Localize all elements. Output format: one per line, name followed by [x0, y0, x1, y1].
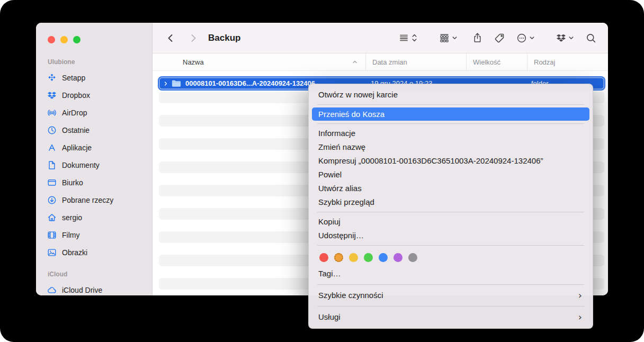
sidebar-item-label: sergio	[62, 213, 82, 222]
chevron-right-icon: ›	[578, 291, 582, 300]
column-label: Wielkość	[473, 58, 500, 66]
menu-item-szybkie-czynno-ci[interactable]: Szybkie czynności›	[309, 289, 593, 302]
tag-dot-gray[interactable]	[408, 253, 417, 262]
menu-item-label: Przenieś do Kosza	[318, 107, 583, 121]
disclosure-chevron-icon[interactable]	[163, 81, 168, 86]
download-icon	[47, 195, 57, 205]
share-button[interactable]	[472, 32, 482, 43]
photo-icon	[47, 247, 57, 258]
menu-item-label: Utwórz alias	[318, 182, 583, 195]
tag-dot-purple[interactable]	[393, 253, 402, 262]
sidebar: UlubioneSetappDropboxAirDropOstatnieApli…	[36, 23, 153, 295]
folder-icon	[172, 79, 181, 87]
sidebar-item-ostatnie[interactable]: Ostatnie	[36, 121, 152, 139]
menu-item-label: Zmień nazwę	[318, 140, 583, 154]
search-icon	[586, 33, 596, 43]
sidebar-item-pobrane-rzeczy[interactable]: Pobrane rzeczy	[36, 191, 152, 209]
sidebar-item-icloud-drive[interactable]: iCloud Drive	[36, 281, 152, 295]
sidebar-item-filmy[interactable]: Filmy	[36, 226, 152, 244]
tag-dot-blue[interactable]	[379, 253, 388, 262]
column-label: Rodzaj	[534, 58, 555, 66]
dropbox-icon	[556, 33, 566, 43]
traffic-lights	[36, 36, 152, 43]
zoom-button[interactable]	[73, 36, 80, 43]
column-label: Nazwa	[183, 58, 204, 66]
menu-item-tagi-[interactable]: Tagi…	[309, 267, 593, 281]
tag-dot-red[interactable]	[319, 253, 328, 262]
menu-item-label: Informacje	[318, 127, 583, 140]
sidebar-item-dropbox[interactable]: Dropbox	[36, 86, 152, 104]
tag-dot-green[interactable]	[364, 253, 373, 262]
tags-button[interactable]	[494, 33, 505, 43]
setapp-icon	[47, 73, 57, 83]
column-label: Data zmian	[372, 58, 407, 66]
sidebar-item-label: iCloud Drive	[62, 286, 102, 294]
menu-separator	[317, 123, 584, 124]
menu-item-us-ugi[interactable]: Usługi›	[309, 310, 593, 324]
film-icon	[47, 230, 57, 240]
sidebar-item-label: Ostatnie	[62, 126, 90, 134]
sidebar-item-label: AirDrop	[62, 109, 87, 117]
sidebar-item-airdrop[interactable]: AirDrop	[36, 104, 152, 121]
menu-item-utw-rz-alias[interactable]: Utwórz alias	[309, 182, 593, 195]
menu-item-informacje[interactable]: Informacje	[309, 127, 593, 140]
menu-item-label: Kopiuj	[318, 215, 583, 229]
group-by-button[interactable]	[439, 33, 458, 43]
column-header-date-modified[interactable]: Data zmian	[365, 53, 466, 70]
app-store-icon	[47, 142, 57, 153]
sidebar-item-aplikacje[interactable]: Aplikacje	[36, 139, 152, 156]
menu-separator	[317, 212, 584, 212]
menu-item-label: Kompresuj „00008101-00163D6C3651003A-202…	[318, 154, 583, 168]
airdrop-icon	[47, 107, 57, 118]
view-options-button[interactable]	[399, 33, 418, 43]
menu-item-przenie-do-kosza[interactable]: Przenieś do Kosza	[312, 107, 589, 121]
dropbox-button[interactable]	[556, 33, 574, 43]
menu-item-label: Szybki przegląd	[318, 195, 583, 209]
desktop-icon	[47, 177, 57, 188]
minimize-button[interactable]	[60, 36, 68, 43]
menu-item-szybki-przegl-d[interactable]: Szybki przegląd	[309, 195, 593, 209]
more-actions-button[interactable]	[516, 33, 535, 43]
menu-item-kompresuj-00008101-00163d6c3651003a-2024[interactable]: Kompresuj „00008101-00163D6C3651003A-202…	[309, 154, 593, 168]
clock-icon	[47, 125, 57, 136]
menu-item-powiel[interactable]: Powiel	[309, 168, 593, 182]
column-header-size[interactable]: Wielkość	[466, 53, 527, 70]
sidebar-item-obrazki[interactable]: Obrazki	[36, 244, 152, 261]
sidebar-item-label: Pobrane rzeczy	[62, 196, 113, 204]
close-button[interactable]	[48, 36, 55, 43]
sidebar-item-setapp[interactable]: Setapp	[36, 69, 152, 86]
sidebar-item-label: Dropbox	[62, 91, 90, 100]
menu-item-otw-rz-w-nowej-karcie[interactable]: Otwórz w nowej karcie	[309, 88, 593, 102]
sort-ascending-icon	[352, 59, 358, 65]
chevron-down-icon	[529, 35, 535, 41]
document-icon	[47, 160, 57, 170]
tag-dot-orange[interactable]	[334, 253, 343, 262]
chevron-right-icon: ›	[578, 312, 582, 322]
column-header-name[interactable]: Nazwa	[153, 53, 365, 70]
tag-dot-yellow[interactable]	[349, 253, 358, 262]
list-view-icon	[399, 33, 409, 43]
chevron-right-icon	[188, 33, 199, 43]
menu-separator	[317, 104, 584, 105]
sidebar-item-sergio[interactable]: sergio	[36, 209, 152, 226]
sidebar-item-biurko[interactable]: Biurko	[36, 174, 152, 191]
menu-item-label: Tagi…	[318, 267, 583, 281]
window-title: Backup	[208, 33, 240, 43]
forward-button[interactable]	[187, 32, 200, 44]
column-header-kind[interactable]: Rodzaj	[527, 53, 608, 70]
chevron-down-icon	[452, 35, 458, 41]
menu-separator	[317, 284, 584, 285]
toolbar: Backup	[153, 23, 608, 53]
sidebar-section-label: Ulubione	[48, 58, 152, 66]
back-button[interactable]	[164, 32, 177, 44]
sidebar-item-label: Biurko	[62, 178, 83, 187]
menu-item-udost-pnij-[interactable]: Udostępnij…	[309, 229, 593, 242]
search-button[interactable]	[586, 33, 596, 43]
sidebar-item-dokumenty[interactable]: Dokumenty	[36, 156, 152, 174]
screenshot-canvas: UlubioneSetappDropboxAirDropOstatnieApli…	[0, 0, 644, 342]
chevron-left-icon	[165, 33, 176, 43]
menu-item-label: Powiel	[318, 168, 583, 182]
share-icon	[472, 32, 482, 43]
menu-item-kopiuj[interactable]: Kopiuj	[309, 215, 593, 229]
menu-item-zmie-nazw-[interactable]: Zmień nazwę	[309, 140, 593, 154]
